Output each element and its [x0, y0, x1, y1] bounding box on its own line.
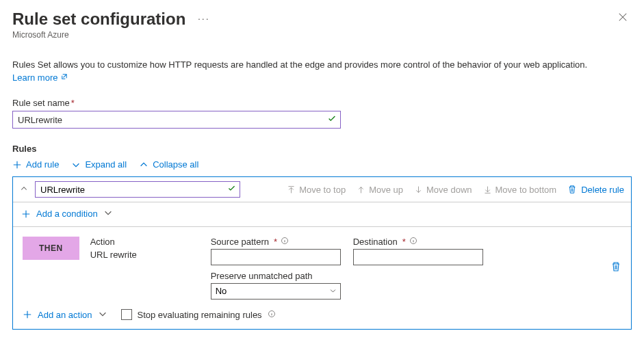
source-pattern-label: Source pattern*: [211, 237, 341, 247]
source-pattern-input[interactable]: [211, 249, 341, 265]
arrow-top-icon: [287, 185, 296, 194]
move-up-button[interactable]: Move up: [357, 185, 403, 195]
add-condition-button[interactable]: Add a condition: [21, 208, 113, 220]
stop-evaluating-checkbox-row[interactable]: Stop evaluating remaining rules: [121, 309, 276, 320]
info-icon[interactable]: [268, 310, 276, 320]
learn-more-label: Learn more: [12, 72, 57, 83]
add-rule-button[interactable]: Add rule: [12, 159, 59, 170]
trash-icon: [567, 185, 577, 194]
move-down-button[interactable]: Move down: [414, 185, 472, 195]
preserve-unmatched-label: Preserve unmatched path: [211, 271, 313, 281]
valid-check-icon: [327, 114, 337, 126]
info-icon[interactable]: [281, 237, 289, 247]
chevron-down-icon: [71, 160, 81, 170]
stop-evaluating-checkbox[interactable]: [121, 309, 132, 320]
arrow-down-icon: [414, 185, 423, 194]
plus-icon: [21, 209, 31, 219]
preserve-unmatched-select[interactable]: No: [211, 283, 341, 300]
plus-icon: [23, 310, 32, 319]
page-title: Rule set configuration: [12, 10, 185, 29]
arrow-bottom-icon: [483, 185, 492, 194]
chevron-down-icon: [103, 208, 113, 220]
chevron-up-icon: [139, 160, 149, 170]
destination-input[interactable]: [353, 249, 483, 265]
delete-rule-button[interactable]: Delete rule: [567, 185, 624, 195]
rule-container: Move to top Move up Move down Move to bo…: [12, 176, 632, 330]
move-to-top-button[interactable]: Move to top: [287, 185, 346, 195]
action-type: URL rewrite: [90, 250, 200, 260]
valid-check-icon: [227, 184, 236, 195]
page-subtitle: Microsoft Azure: [12, 30, 210, 40]
chevron-down-icon: [98, 309, 107, 321]
then-badge: THEN: [23, 237, 79, 260]
trash-icon: [610, 261, 621, 272]
stop-evaluating-label: Stop evaluating remaining rules: [138, 310, 262, 320]
required-asterisk: *: [71, 98, 75, 108]
arrow-up-icon: [357, 185, 365, 194]
more-menu-icon[interactable]: ···: [198, 13, 210, 24]
remove-action-button[interactable]: [610, 261, 621, 274]
rule-collapse-toggle[interactable]: [20, 185, 28, 195]
move-to-bottom-button[interactable]: Move to bottom: [483, 185, 557, 195]
add-action-button[interactable]: Add an action: [23, 309, 107, 321]
description-text: Rules Set allows you to customize how HT…: [12, 59, 632, 71]
collapse-all-button[interactable]: Collapse all: [139, 159, 198, 170]
plus-icon: [12, 160, 22, 170]
external-link-icon: [60, 72, 68, 83]
ruleset-name-label: Rule set name*: [12, 98, 632, 108]
rules-section-title: Rules: [12, 144, 632, 154]
learn-more-link[interactable]: Learn more: [12, 72, 68, 83]
destination-label: Destination*: [353, 237, 483, 247]
info-icon[interactable]: [409, 237, 417, 247]
expand-all-button[interactable]: Expand all: [71, 159, 127, 170]
action-label: Action: [90, 237, 200, 247]
rule-name-input[interactable]: [35, 181, 240, 198]
close-icon[interactable]: [614, 10, 632, 27]
ruleset-name-input[interactable]: [12, 111, 341, 129]
